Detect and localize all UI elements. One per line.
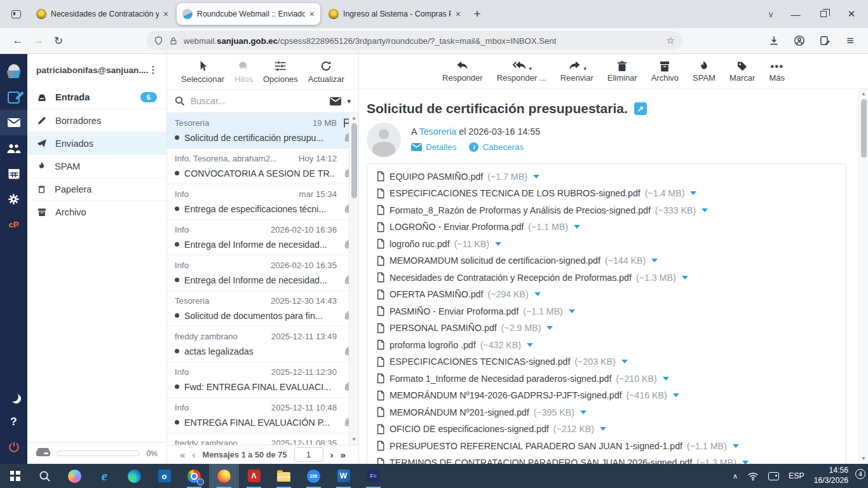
file-explorer-button[interactable] xyxy=(269,464,299,488)
recipient-link[interactable]: Tesoreria xyxy=(419,126,456,137)
firefox-button[interactable] xyxy=(209,464,239,488)
taskbar-search-button[interactable] xyxy=(30,464,60,488)
menu-icon[interactable]: ≡ xyxy=(840,34,860,48)
attachment-name[interactable]: OFICIO DE especificaciones-signed.pdf xyxy=(390,424,549,434)
tab-close-icon[interactable]: × xyxy=(456,9,461,19)
options-button[interactable]: Opciones xyxy=(261,60,301,84)
attachment-name[interactable]: Necesidades de Contratación y Recepción … xyxy=(390,273,632,283)
attachment-menu-caret-icon[interactable] xyxy=(574,225,580,229)
attachment-item[interactable]: PASMIÑO - Enviar Proforma.pdf (~1.1 MB) xyxy=(376,306,575,316)
back-icon[interactable]: ← xyxy=(8,34,28,47)
url-text[interactable]: webmail.sanjuan.gob.ec/cpsess8228965126/… xyxy=(184,36,661,46)
spam-button[interactable]: SPAM xyxy=(690,60,718,83)
tab-close-icon[interactable]: × xyxy=(309,9,315,19)
search-input[interactable] xyxy=(191,96,324,106)
settings-nav-button[interactable] xyxy=(0,186,27,212)
downloads-icon[interactable] xyxy=(764,35,784,46)
cpanel-button[interactable]: cP xyxy=(0,212,27,237)
attachment-menu-caret-icon[interactable] xyxy=(600,427,606,431)
reply-all-caret-icon[interactable]: ▾ xyxy=(529,65,532,72)
tab-necesidades[interactable]: Necesidades de Contratación y × xyxy=(31,3,174,25)
attachment-item[interactable]: TERMINOS DE CONTRATACION PARADERO SAN JU… xyxy=(376,458,749,464)
attachment-item[interactable]: OFICIO DE especificaciones-signed.pdf (~… xyxy=(376,424,606,435)
account-row[interactable]: patriciabonifas@sanjuan.... ⋮ xyxy=(27,54,166,86)
prev-page-icon[interactable]: ‹ xyxy=(192,449,195,460)
bookmark-star-icon[interactable]: ☆ xyxy=(667,35,675,46)
search-options-chevron-icon[interactable]: ▾ xyxy=(347,97,351,105)
message-list-item[interactable]: Info 2026-02-10 16:36 Entrega del Inform… xyxy=(167,220,358,255)
reply-button[interactable]: Responder xyxy=(440,60,485,83)
roundcube-logo[interactable] xyxy=(0,59,27,85)
tray-expand-chevron-icon[interactable]: ∧ xyxy=(733,472,738,480)
attachment-name[interactable]: logroño ruc.pdf xyxy=(390,239,450,249)
scroll-up-icon[interactable]: ▲ xyxy=(861,90,866,98)
scroll-down-icon[interactable]: ▼ xyxy=(861,455,866,463)
start-button[interactable] xyxy=(0,464,30,488)
tab-compras[interactable]: Ingreso al Sistema - Compras P × xyxy=(323,3,466,25)
account-menu-icon[interactable]: ⋮ xyxy=(148,64,158,76)
scroll-down-icon[interactable]: ▼ xyxy=(351,436,356,444)
content-scrollbar[interactable]: ▲ ▼ xyxy=(858,89,868,464)
folder-spam[interactable]: SPAM xyxy=(27,154,166,177)
tab-close-icon[interactable]: × xyxy=(163,9,168,19)
scroll-up-icon[interactable]: ▲ xyxy=(351,114,356,122)
last-page-icon[interactable]: » xyxy=(341,449,346,460)
shield-icon[interactable] xyxy=(154,36,163,46)
attachment-menu-caret-icon[interactable] xyxy=(546,326,553,330)
edit-page-icon[interactable] xyxy=(815,35,835,46)
message-list-item[interactable]: freddy zambrano 2025-12-11 08:35 xyxy=(167,433,358,445)
page-number-input[interactable]: 1 xyxy=(294,447,323,462)
attachment-item[interactable]: MEMORAMDUM solicitud de certificacion-si… xyxy=(376,255,658,266)
dark-mode-button[interactable] xyxy=(0,384,27,409)
attachment-item[interactable]: MEMORÁNDUM Nº194-2026-GADPRSJ-PJFT-signe… xyxy=(376,390,679,401)
message-list-item[interactable]: Info mar 15:34 Entrega de especificacion… xyxy=(167,184,358,220)
headers-link[interactable]: i Cabeceras xyxy=(469,142,524,152)
folder-entrada[interactable]: Entrada 5 xyxy=(27,86,166,109)
url-bar[interactable]: webmail.sanjuan.gob.ec/cpsess8228965126/… xyxy=(146,31,682,50)
attachment-name[interactable]: MEMORÁNDUM Nº201-signed.pdf xyxy=(390,407,529,417)
edge-button[interactable] xyxy=(119,464,149,488)
attachment-item[interactable]: MEMORÁNDUM Nº201-signed.pdf (~395 KB) xyxy=(376,407,587,417)
message-list-item[interactable]: Info 2025-12-11 12:30 Fwd: ENTREGA FINAL… xyxy=(167,362,358,398)
open-in-new-window-icon[interactable]: ↗ xyxy=(634,102,647,115)
mark-button[interactable]: Marcar xyxy=(727,60,757,83)
attachment-item[interactable]: EQUIPO PASMIÑO.pdf (~1.7 MB) xyxy=(376,171,539,182)
list-scrollbar[interactable]: ▲ ▼ xyxy=(349,113,358,445)
zoom-button[interactable]: zm xyxy=(299,464,329,488)
compose-button[interactable] xyxy=(0,85,27,110)
internet-explorer-button[interactable]: e xyxy=(90,464,119,488)
attachment-item[interactable]: OFERTA PASMIÑO.pdf (~294 KB) xyxy=(376,289,541,300)
attachment-item[interactable]: PRESUPUESTO REFERENCIAL PARADERO SAN JUA… xyxy=(376,440,739,451)
archive-button[interactable]: Archivo xyxy=(649,60,681,83)
word-button[interactable]: W xyxy=(329,464,358,488)
contacts-nav-button[interactable] xyxy=(0,135,27,161)
attachment-menu-caret-icon[interactable] xyxy=(733,444,739,448)
firefox-view-button[interactable] xyxy=(6,4,25,24)
language-indicator[interactable]: ESP xyxy=(789,471,804,480)
attachment-menu-caret-icon[interactable] xyxy=(690,191,696,195)
attachment-item[interactable]: Formato 1_Informe de Necesidad paraderos… xyxy=(376,373,669,384)
acrobat-button[interactable]: Λ xyxy=(239,464,269,488)
window-close-button[interactable]: ✕ xyxy=(837,0,865,28)
attachment-item[interactable]: PERSONAL PASMIÑO.pdf (~2.9 MB) xyxy=(376,323,553,334)
help-button[interactable]: ? xyxy=(0,409,27,435)
attachment-menu-caret-icon[interactable] xyxy=(702,208,708,212)
mail-nav-button[interactable] xyxy=(0,110,27,135)
attachment-menu-caret-icon[interactable] xyxy=(533,175,539,179)
tray-device-icon[interactable] xyxy=(768,472,779,480)
attachment-menu-caret-icon[interactable] xyxy=(673,393,679,397)
attachment-item[interactable]: proforma logroño .pdf (~432 KB) xyxy=(376,339,533,350)
attachment-name[interactable]: PASMIÑO - Enviar Proforma.pdf xyxy=(390,306,519,316)
forward-icon[interactable]: → xyxy=(28,34,48,47)
reload-icon[interactable]: ↻ xyxy=(48,34,69,48)
message-list-item[interactable]: Info 2025-12-11 10:48 ENTREGA FINAL EVAL… xyxy=(167,398,358,433)
attachment-item[interactable]: ESPECIFICACIONES TECNICAS-signed.pdf (~2… xyxy=(376,356,628,367)
message-list-item[interactable]: Info, Tesoreria, abraham2... Hoy 14:12 C… xyxy=(167,149,358,184)
attachment-menu-caret-icon[interactable] xyxy=(663,377,669,381)
message-list-item[interactable]: Tesoreria 2025-12-30 14:43 Solicitud de … xyxy=(167,291,358,327)
attachment-item[interactable]: Necesidades de Contratación y Recepción … xyxy=(376,272,688,283)
forward-caret-icon[interactable]: ▾ xyxy=(583,65,587,72)
threads-button[interactable]: Hilos xyxy=(232,60,255,84)
attachment-menu-caret-icon[interactable] xyxy=(682,276,688,280)
details-link[interactable]: Detalles xyxy=(411,142,456,152)
